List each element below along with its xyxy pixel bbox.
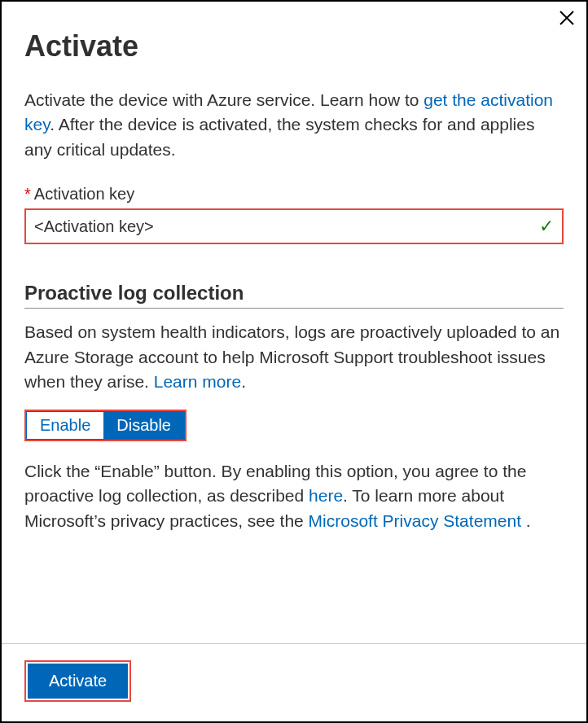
panel-footer: Activate	[2, 643, 586, 721]
intro-text: Activate the device with Azure service. …	[24, 88, 564, 162]
here-link[interactable]: here	[309, 486, 343, 505]
page-title: Activate	[24, 29, 564, 64]
activation-key-label: *Activation key	[24, 185, 564, 204]
agree-part3: .	[521, 511, 531, 530]
activation-key-value: <Activation key>	[34, 217, 539, 236]
panel-content: Activate Activate the device with Azure …	[2, 2, 586, 643]
required-star: *	[24, 185, 31, 203]
proactive-heading: Proactive log collection	[24, 282, 564, 305]
activation-key-input[interactable]: <Activation key> ✓	[24, 208, 564, 244]
section-divider	[24, 308, 564, 309]
privacy-statement-link[interactable]: Microsoft Privacy Statement	[309, 511, 521, 530]
enable-button[interactable]: Enable	[27, 412, 103, 439]
activation-key-label-text: Activation key	[34, 185, 134, 203]
activate-button-highlight: Activate	[24, 660, 131, 702]
enable-disable-toggle: Enable Disable	[24, 410, 186, 441]
proactive-agreement: Click the “Enable” button. By enabling t…	[24, 459, 564, 533]
proactive-desc-prefix: Based on system health indicators, logs …	[24, 322, 559, 391]
checkmark-icon: ✓	[539, 216, 554, 237]
intro-prefix: Activate the device with Azure service. …	[24, 90, 423, 109]
activate-button[interactable]: Activate	[28, 664, 128, 699]
intro-suffix: . After the device is activated, the sys…	[24, 115, 534, 158]
activate-panel: Activate Activate the device with Azure …	[0, 0, 588, 723]
proactive-desc-suffix: .	[241, 372, 246, 391]
disable-button[interactable]: Disable	[103, 412, 184, 439]
proactive-description: Based on system health indicators, logs …	[24, 320, 564, 394]
close-icon[interactable]	[559, 8, 575, 29]
learn-more-link[interactable]: Learn more	[154, 372, 241, 391]
